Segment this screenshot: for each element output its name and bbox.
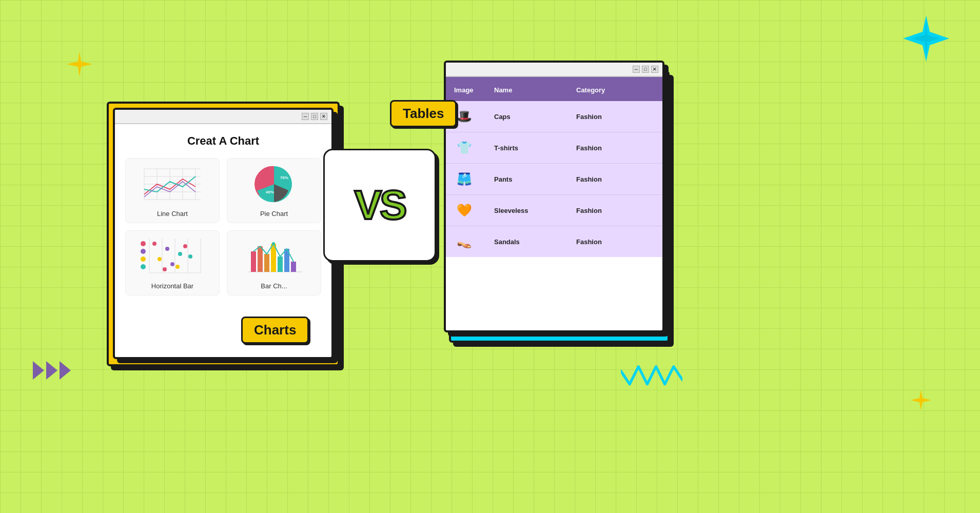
svg-point-20 — [165, 247, 169, 251]
svg-point-27 — [163, 267, 167, 271]
row-image-pants: 🩳 — [454, 169, 475, 189]
row-name-caps: Caps — [494, 113, 572, 121]
zigzag-decoration — [621, 362, 682, 395]
tables-titlebar-close[interactable]: ✕ — [651, 66, 658, 73]
hbar-chart-card[interactable]: Horizontal Bar — [125, 230, 220, 295]
titlebar-minimize[interactable]: ─ — [302, 113, 309, 120]
row-image-sleeveless: 🧡 — [454, 200, 475, 221]
svg-rect-37 — [278, 256, 283, 272]
tables-window: ─ □ ✕ Image Name Category 🎩 Caps Fashion… — [444, 61, 664, 332]
table-header-bar: Image Name Category — [446, 77, 662, 101]
row-category-sleeveless: Fashion — [576, 207, 654, 214]
tables-label: Tables — [390, 100, 457, 127]
gold-star-decoration — [67, 51, 92, 77]
arrow-decoration — [31, 361, 71, 380]
pie-chart-card[interactable]: 70% 40% Pie Chart — [227, 158, 321, 223]
svg-text:70%: 70% — [280, 175, 288, 180]
svg-text:40%: 40% — [266, 190, 274, 194]
charts-window-title: Creat A Chart — [125, 134, 321, 148]
bar-chart-label: Bar Ch... — [232, 282, 316, 290]
row-image-sandals: 👡 — [454, 231, 475, 252]
col-header-name: Name — [494, 86, 572, 94]
tables-titlebar-maximize[interactable]: □ — [642, 66, 649, 73]
hbar-chart-label: Horizontal Bar — [131, 282, 214, 290]
row-name-pants: Pants — [494, 175, 572, 183]
vs-box: VS — [323, 149, 436, 262]
line-chart-svg — [139, 164, 206, 205]
svg-point-31 — [141, 264, 146, 269]
table-row: 👡 Sandals Fashion — [446, 226, 662, 257]
svg-point-23 — [183, 244, 187, 248]
cyan-star-decoration — [903, 15, 949, 62]
svg-point-26 — [175, 265, 180, 269]
tables-titlebar-minimize[interactable]: ─ — [633, 66, 640, 73]
svg-rect-39 — [291, 262, 296, 272]
row-image-tshirts: 👕 — [454, 137, 475, 158]
svg-rect-33 — [251, 251, 256, 272]
chart-grid: Line Chart — [125, 158, 321, 295]
hbar-chart-svg — [139, 236, 206, 277]
row-name-sandals: Sandals — [494, 238, 572, 246]
line-chart-card[interactable]: Line Chart — [125, 158, 220, 223]
vs-text: VS — [355, 182, 405, 229]
table-row: 👕 T-shirts Fashion — [446, 132, 662, 164]
row-name-tshirts: T-shirts — [494, 144, 572, 152]
row-category-pants: Fashion — [576, 175, 654, 183]
row-category-sandals: Fashion — [576, 238, 654, 246]
table-row: 🩳 Pants Fashion — [446, 164, 662, 195]
svg-point-40 — [272, 242, 275, 245]
svg-point-29 — [141, 249, 146, 254]
svg-point-25 — [188, 254, 192, 259]
charts-titlebar: ─ □ ✕ — [115, 110, 331, 124]
table-row: 🎩 Caps Fashion — [446, 101, 662, 132]
table-row: 🧡 Sleeveless Fashion — [446, 195, 662, 226]
bar-chart-svg — [241, 236, 307, 277]
row-category-caps: Fashion — [576, 113, 654, 121]
table-col-headers: Image Name Category — [454, 86, 654, 94]
titlebar-close[interactable]: ✕ — [320, 113, 327, 120]
bar-chart-card[interactable]: Bar Ch... — [227, 230, 321, 295]
row-category-tshirts: Fashion — [576, 144, 654, 152]
titlebar-maximize[interactable]: □ — [311, 113, 318, 120]
col-header-category: Category — [576, 86, 654, 94]
svg-point-24 — [170, 262, 174, 266]
tables-titlebar: ─ □ ✕ — [446, 63, 662, 77]
line-chart-label: Line Chart — [131, 210, 214, 218]
row-name-sleeveless: Sleeveless — [494, 207, 572, 214]
svg-point-22 — [158, 257, 162, 261]
svg-point-30 — [141, 256, 146, 262]
svg-rect-35 — [264, 254, 269, 272]
svg-rect-34 — [258, 246, 263, 272]
charts-label: Charts — [241, 317, 309, 344]
pie-chart-svg: 70% 40% — [253, 164, 295, 205]
table-rows-container: 🎩 Caps Fashion 👕 T-shirts Fashion 🩳 Pant… — [446, 101, 662, 257]
svg-point-21 — [178, 252, 182, 256]
svg-point-28 — [141, 241, 146, 246]
svg-point-19 — [152, 242, 156, 246]
gold-star-decoration-2 — [911, 390, 931, 410]
row-image-caps: 🎩 — [454, 106, 475, 127]
pie-chart-label: Pie Chart — [232, 210, 316, 218]
col-header-image: Image — [454, 86, 490, 94]
